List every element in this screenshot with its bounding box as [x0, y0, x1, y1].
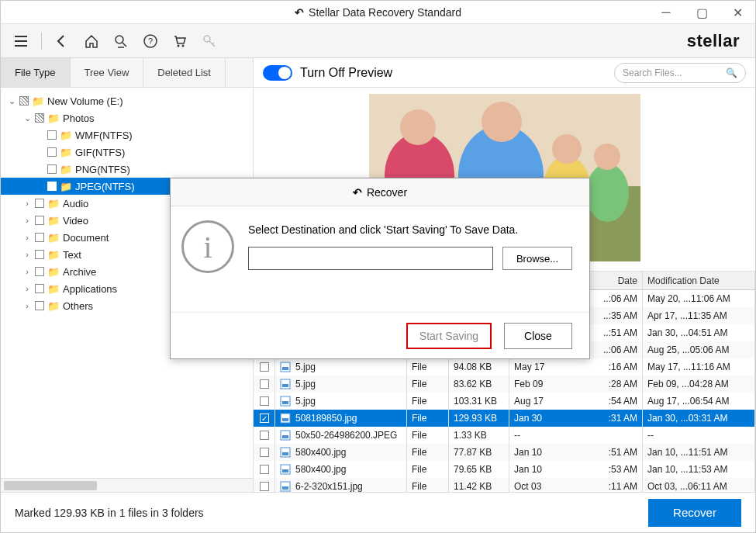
checkbox[interactable]: [35, 250, 44, 259]
tree-label[interactable]: JPEG(NTFS): [75, 181, 135, 192]
browse-button[interactable]: Browse...: [502, 247, 572, 270]
svg-rect-7: [282, 367, 288, 370]
checkbox[interactable]: [47, 164, 57, 174]
recover-arrow-icon: ↶: [353, 186, 362, 199]
file-type: File: [407, 478, 449, 492]
file-type: File: [407, 461, 449, 478]
tree-label[interactable]: GIF(NTFS): [75, 147, 125, 158]
file-name: 508189850.jpg: [295, 413, 357, 424]
home-button[interactable]: [79, 29, 104, 54]
recover-button[interactable]: Recover: [648, 499, 741, 527]
tree-label[interactable]: Text: [63, 249, 81, 261]
start-saving-button[interactable]: Start Saving: [406, 323, 492, 349]
checkbox[interactable]: [35, 199, 44, 208]
row-checkbox[interactable]: [260, 362, 269, 372]
checkbox[interactable]: [35, 284, 44, 293]
row-checkbox[interactable]: [260, 396, 269, 406]
row-checkbox[interactable]: [260, 379, 269, 389]
tree-label[interactable]: Others: [63, 300, 93, 312]
file-type: File: [407, 410, 449, 427]
file-name: 5.jpg: [295, 379, 316, 389]
cart-button[interactable]: [167, 29, 192, 54]
file-modification-date: Feb 09, ...04:28 AM: [643, 376, 755, 393]
row-checkbox[interactable]: [260, 482, 269, 491]
back-button[interactable]: [50, 29, 74, 54]
advanced-search-button[interactable]: [109, 29, 133, 54]
checkbox[interactable]: [35, 267, 44, 276]
checkbox[interactable]: [47, 147, 57, 157]
row-checkbox[interactable]: ✓: [260, 414, 269, 423]
collapse-icon[interactable]: ⌄: [7, 96, 16, 106]
expand-icon[interactable]: ›: [22, 284, 32, 293]
menu-button[interactable]: [9, 29, 33, 54]
expand-icon[interactable]: ›: [22, 199, 32, 208]
tab-file-type[interactable]: File Type: [1, 58, 71, 87]
activation-key-button[interactable]: [197, 29, 222, 54]
tree-label[interactable]: New Volume (E:): [47, 95, 123, 107]
tree-label[interactable]: Document: [63, 232, 109, 244]
tree-label[interactable]: PNG(NTFS): [75, 164, 130, 175]
tab-tree-view[interactable]: Tree View: [71, 58, 144, 87]
tree-label[interactable]: Archive: [63, 266, 96, 278]
destination-input[interactable]: [248, 247, 493, 270]
tree-label[interactable]: Photos: [63, 112, 94, 124]
file-creation-date: Jan 10:51 AM: [509, 444, 643, 461]
file-row[interactable]: 6-2-320x151.jpgFile11.42 KBOct 03:11 AMO…: [254, 478, 755, 492]
file-row[interactable]: 5.jpgFile103.31 KBAug 17:54 AMAug 17, ..…: [254, 393, 755, 410]
checkbox[interactable]: [35, 216, 44, 225]
minimize-button[interactable]: ─: [648, 1, 684, 24]
search-icon: 🔍: [726, 67, 737, 78]
expand-icon[interactable]: ›: [22, 216, 32, 225]
maximize-button[interactable]: ▢: [684, 1, 720, 24]
svg-text:?: ?: [148, 36, 153, 46]
svg-point-0: [116, 36, 123, 43]
svg-rect-9: [282, 384, 288, 387]
file-name: 580x400.jpg: [295, 464, 346, 475]
folder-icon: 📁: [47, 249, 60, 261]
file-size: 83.62 KB: [449, 376, 509, 393]
file-row[interactable]: 5.jpgFile83.62 KBFeb 09:28 AMFeb 09, ...…: [254, 376, 755, 393]
tree-label[interactable]: Video: [63, 215, 88, 227]
file-modification-date: Aug 25, ...05:06 AM: [643, 341, 755, 358]
checkbox[interactable]: [19, 96, 29, 106]
file-row[interactable]: 580x400.jpgFile79.65 KBJan 10:53 AMJan 1…: [254, 461, 755, 478]
horizontal-scrollbar[interactable]: [1, 478, 253, 492]
checkbox[interactable]: [35, 233, 44, 242]
close-dialog-button[interactable]: Close: [504, 323, 572, 349]
file-row[interactable]: ✓508189850.jpgFile129.93 KBJan 30:31 AMJ…: [254, 410, 755, 427]
tree-label[interactable]: WMF(NTFS): [75, 130, 133, 141]
help-button[interactable]: ?: [138, 29, 163, 54]
dialog-title: Recover: [367, 186, 407, 199]
checkbox[interactable]: [35, 301, 44, 310]
row-checkbox[interactable]: [260, 431, 269, 440]
brand-logo: stellar: [687, 31, 747, 51]
search-input[interactable]: Search Files... 🔍: [614, 63, 746, 83]
expand-icon[interactable]: ›: [22, 233, 32, 242]
file-name: 5.jpg: [295, 396, 316, 407]
expand-icon[interactable]: ›: [22, 301, 32, 310]
row-checkbox[interactable]: [260, 448, 269, 457]
tree-label[interactable]: Audio: [63, 198, 88, 209]
row-checkbox[interactable]: [260, 465, 269, 474]
file-modification-date: Oct 03, ...06:11 AM: [643, 478, 755, 492]
collapse-icon[interactable]: ⌄: [22, 113, 32, 123]
expand-icon[interactable]: ›: [22, 267, 32, 276]
preview-toggle[interactable]: [263, 65, 292, 81]
col-modification-date[interactable]: Modification Date: [643, 272, 755, 289]
checkbox[interactable]: [47, 130, 57, 140]
checkbox[interactable]: [47, 182, 57, 191]
title-bar: ↶ Stellar Data Recovery Standard ─ ▢ ✕: [1, 1, 755, 24]
file-row[interactable]: 50x50-264986200.JPEGFile1.33 KB----: [254, 427, 755, 444]
file-size: 94.08 KB: [449, 358, 509, 376]
file-creation-date: Aug 17:54 AM: [509, 393, 643, 410]
file-row[interactable]: 580x400.jpgFile77.87 KBJan 10:51 AMJan 1…: [254, 444, 755, 461]
svg-rect-13: [282, 418, 288, 421]
svg-rect-17: [282, 452, 288, 455]
file-row[interactable]: 5.jpgFile94.08 KBMay 17:16 AMMay 17, ...…: [254, 358, 755, 376]
close-window-button[interactable]: ✕: [720, 1, 755, 24]
tab-deleted-list[interactable]: Deleted List: [143, 58, 226, 87]
tree-label[interactable]: Applications: [63, 283, 117, 295]
expand-icon[interactable]: ›: [22, 250, 32, 259]
file-modification-date: Jan 30, ...04:51 AM: [643, 324, 755, 341]
checkbox[interactable]: [35, 113, 44, 123]
